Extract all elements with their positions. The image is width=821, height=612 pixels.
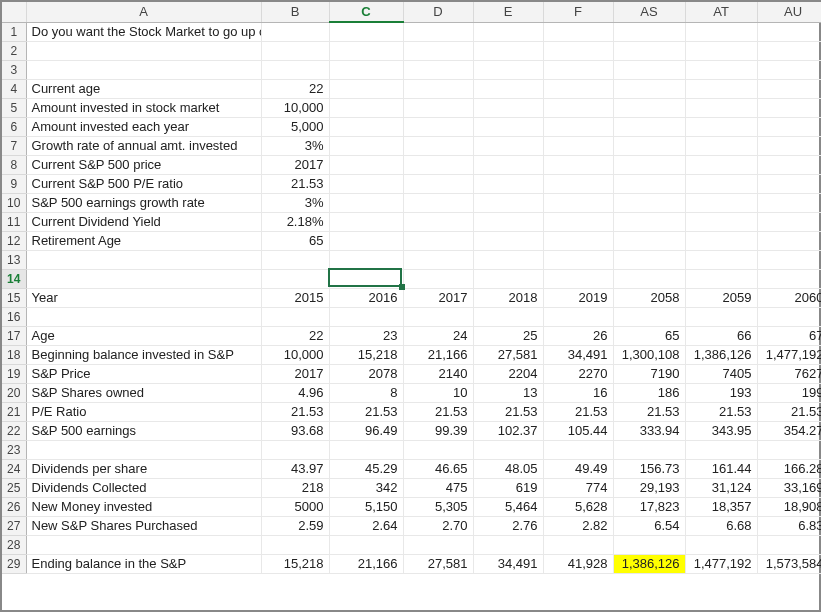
cell-E3[interactable] — [473, 60, 543, 79]
cell-F13[interactable] — [543, 250, 613, 269]
cell-E22[interactable]: 102.37 — [473, 421, 543, 440]
cell-F25[interactable]: 774 — [543, 478, 613, 497]
cell-AU8[interactable] — [757, 155, 821, 174]
cell-AU14[interactable] — [757, 269, 821, 288]
cell-E12[interactable] — [473, 231, 543, 250]
column-header-C[interactable]: C — [329, 2, 403, 22]
cell-C10[interactable] — [329, 193, 403, 212]
cell-A5[interactable]: Amount invested in stock market — [26, 98, 261, 117]
cell-AU11[interactable] — [757, 212, 821, 231]
cell-AS16[interactable] — [613, 307, 685, 326]
cell-D13[interactable] — [403, 250, 473, 269]
cell-B8[interactable]: 2017 — [261, 155, 329, 174]
column-header-A[interactable]: A — [26, 2, 261, 22]
cell-A28[interactable] — [26, 535, 261, 554]
row-header-14[interactable]: 14 — [2, 269, 26, 288]
cell-AS17[interactable]: 65 — [613, 326, 685, 345]
cell-AU28[interactable] — [757, 535, 821, 554]
cell-E26[interactable]: 5,464 — [473, 497, 543, 516]
cell-D1[interactable] — [403, 22, 473, 41]
row-header-20[interactable]: 20 — [2, 383, 26, 402]
column-header-E[interactable]: E — [473, 2, 543, 22]
cell-AT18[interactable]: 1,386,126 — [685, 345, 757, 364]
cell-A12[interactable]: Retirement Age — [26, 231, 261, 250]
cell-AS23[interactable] — [613, 440, 685, 459]
cell-B29[interactable]: 15,218 — [261, 554, 329, 573]
cell-E8[interactable] — [473, 155, 543, 174]
cell-E17[interactable]: 25 — [473, 326, 543, 345]
cell-F7[interactable] — [543, 136, 613, 155]
cell-AS14[interactable] — [613, 269, 685, 288]
cell-E23[interactable] — [473, 440, 543, 459]
cell-AS24[interactable]: 156.73 — [613, 459, 685, 478]
cell-B26[interactable]: 5000 — [261, 497, 329, 516]
cell-AS7[interactable] — [613, 136, 685, 155]
cell-A3[interactable] — [26, 60, 261, 79]
cell-AU20[interactable]: 199 — [757, 383, 821, 402]
cell-D6[interactable] — [403, 117, 473, 136]
cell-C9[interactable] — [329, 174, 403, 193]
cell-AS2[interactable] — [613, 41, 685, 60]
row-header-7[interactable]: 7 — [2, 136, 26, 155]
cell-AU10[interactable] — [757, 193, 821, 212]
cell-A10[interactable]: S&P 500 earnings growth rate — [26, 193, 261, 212]
cell-AT22[interactable]: 343.95 — [685, 421, 757, 440]
cell-AT23[interactable] — [685, 440, 757, 459]
cell-F24[interactable]: 49.49 — [543, 459, 613, 478]
row-header-28[interactable]: 28 — [2, 535, 26, 554]
row-header-6[interactable]: 6 — [2, 117, 26, 136]
column-header-B[interactable]: B — [261, 2, 329, 22]
cell-B5[interactable]: 10,000 — [261, 98, 329, 117]
cell-E5[interactable] — [473, 98, 543, 117]
row-header-26[interactable]: 26 — [2, 497, 26, 516]
cell-D14[interactable] — [403, 269, 473, 288]
cell-B17[interactable]: 22 — [261, 326, 329, 345]
cell-F16[interactable] — [543, 307, 613, 326]
cell-AS9[interactable] — [613, 174, 685, 193]
row-header-17[interactable]: 17 — [2, 326, 26, 345]
cell-D7[interactable] — [403, 136, 473, 155]
cell-C19[interactable]: 2078 — [329, 364, 403, 383]
cell-C28[interactable] — [329, 535, 403, 554]
cell-AU16[interactable] — [757, 307, 821, 326]
cell-AS8[interactable] — [613, 155, 685, 174]
cell-AT8[interactable] — [685, 155, 757, 174]
cell-AU13[interactable] — [757, 250, 821, 269]
cell-AT10[interactable] — [685, 193, 757, 212]
cell-C16[interactable] — [329, 307, 403, 326]
column-header-F[interactable]: F — [543, 2, 613, 22]
cell-F27[interactable]: 2.82 — [543, 516, 613, 535]
cell-AU5[interactable] — [757, 98, 821, 117]
cell-D23[interactable] — [403, 440, 473, 459]
cell-AS19[interactable]: 7190 — [613, 364, 685, 383]
cell-AT12[interactable] — [685, 231, 757, 250]
cell-A24[interactable]: Dividends per share — [26, 459, 261, 478]
cell-C21[interactable]: 21.53 — [329, 402, 403, 421]
cell-D2[interactable] — [403, 41, 473, 60]
cell-AT24[interactable]: 161.44 — [685, 459, 757, 478]
row-header-9[interactable]: 9 — [2, 174, 26, 193]
cell-D21[interactable]: 21.53 — [403, 402, 473, 421]
cell-AS15[interactable]: 2058 — [613, 288, 685, 307]
cell-AS27[interactable]: 6.54 — [613, 516, 685, 535]
cell-C20[interactable]: 8 — [329, 383, 403, 402]
cell-B1[interactable] — [261, 22, 329, 41]
cell-B20[interactable]: 4.96 — [261, 383, 329, 402]
cell-A29[interactable]: Ending balance in the S&P — [26, 554, 261, 573]
cell-AT11[interactable] — [685, 212, 757, 231]
cell-F19[interactable]: 2270 — [543, 364, 613, 383]
cell-C29[interactable]: 21,166 — [329, 554, 403, 573]
cell-D12[interactable] — [403, 231, 473, 250]
cell-AU25[interactable]: 33,169 — [757, 478, 821, 497]
cell-AS21[interactable]: 21.53 — [613, 402, 685, 421]
column-header-AT[interactable]: AT — [685, 2, 757, 22]
cell-AS26[interactable]: 17,823 — [613, 497, 685, 516]
cell-AT28[interactable] — [685, 535, 757, 554]
cell-D16[interactable] — [403, 307, 473, 326]
cell-D24[interactable]: 46.65 — [403, 459, 473, 478]
cell-AT4[interactable] — [685, 79, 757, 98]
column-header-AU[interactable]: AU — [757, 2, 821, 22]
cell-E1[interactable] — [473, 22, 543, 41]
cell-E11[interactable] — [473, 212, 543, 231]
cell-AS11[interactable] — [613, 212, 685, 231]
